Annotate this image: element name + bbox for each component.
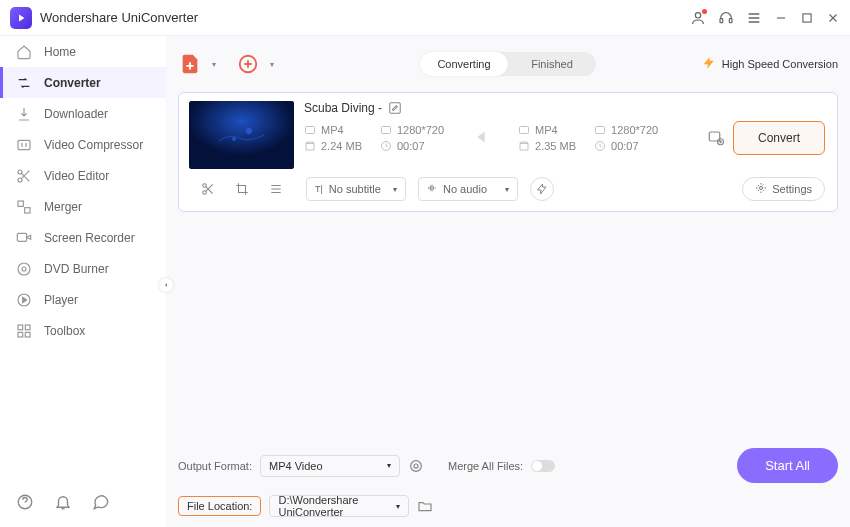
- svg-point-0: [695, 12, 700, 17]
- audio-icon: [427, 183, 437, 195]
- play-icon: [16, 292, 32, 308]
- sidebar-item-converter[interactable]: Converter: [0, 67, 166, 98]
- bell-icon[interactable]: [54, 493, 72, 511]
- sidebar-item-label: DVD Burner: [44, 262, 109, 276]
- compress-icon: [16, 137, 32, 153]
- sidebar-item-videoeditor[interactable]: Video Editor: [0, 160, 166, 191]
- high-speed-toggle[interactable]: High Speed Conversion: [702, 56, 838, 72]
- video-thumbnail[interactable]: [189, 101, 294, 169]
- subtitle-icon: T|: [315, 184, 323, 194]
- preview-button[interactable]: [530, 177, 554, 201]
- video-format-icon: [518, 124, 530, 136]
- merge-label: Merge All Files:: [448, 460, 523, 472]
- feedback-icon[interactable]: [92, 493, 110, 511]
- svg-rect-23: [306, 127, 315, 134]
- status-tabs: Converting Finished: [420, 52, 596, 76]
- content: ▾ ▾ Converting Finished High Speed Conve…: [166, 36, 850, 527]
- high-speed-label: High Speed Conversion: [722, 58, 838, 70]
- sidebar-item-merger[interactable]: Merger: [0, 191, 166, 222]
- svg-point-5: [18, 170, 22, 174]
- tab-finished[interactable]: Finished: [508, 52, 596, 76]
- file-card: Scuba Diving - MP4 1280*720 2.24 MB 00:0…: [178, 92, 838, 212]
- trim-icon[interactable]: [201, 182, 215, 196]
- file-location-select[interactable]: D:\Wondershare UniConverter ▾: [269, 495, 409, 517]
- dst-resolution: 1280*720: [611, 124, 658, 136]
- svg-point-31: [202, 184, 206, 188]
- close-button[interactable]: [826, 11, 840, 25]
- convert-button[interactable]: Convert: [733, 121, 825, 155]
- filesize-icon: [304, 140, 316, 152]
- audio-value: No audio: [443, 183, 487, 195]
- record-icon: [16, 230, 32, 246]
- svg-point-35: [411, 460, 422, 471]
- svg-point-10: [18, 263, 30, 275]
- open-folder-icon[interactable]: [417, 498, 433, 514]
- svg-rect-16: [25, 332, 30, 337]
- output-settings-icon[interactable]: [408, 458, 424, 474]
- account-icon[interactable]: [690, 10, 706, 26]
- add-file-button[interactable]: [178, 52, 202, 76]
- headset-icon[interactable]: [718, 10, 734, 26]
- maximize-button[interactable]: [800, 11, 814, 25]
- tab-converting[interactable]: Converting: [420, 52, 508, 76]
- download-icon: [16, 106, 32, 122]
- svg-rect-7: [18, 201, 23, 206]
- chevron-down-icon: ▾: [387, 461, 391, 470]
- edit-title-button[interactable]: [388, 101, 402, 115]
- svg-rect-15: [18, 332, 23, 337]
- svg-rect-19: [189, 101, 294, 169]
- output-config-button[interactable]: [707, 129, 725, 147]
- effects-icon[interactable]: [269, 182, 283, 196]
- sidebar-item-toolbox[interactable]: Toolbox: [0, 315, 166, 346]
- start-all-button[interactable]: Start All: [737, 448, 838, 483]
- chevron-down-icon: ▾: [505, 185, 509, 194]
- sidebar-item-videocompressor[interactable]: Video Compressor: [0, 129, 166, 160]
- svg-rect-2: [729, 18, 732, 22]
- crop-icon[interactable]: [235, 182, 249, 196]
- svg-point-33: [760, 187, 763, 190]
- sidebar-item-screenrecorder[interactable]: Screen Recorder: [0, 222, 166, 253]
- svg-rect-24: [381, 127, 390, 134]
- svg-rect-9: [17, 233, 26, 241]
- arrow-icon: [470, 126, 492, 151]
- svg-rect-14: [25, 325, 30, 330]
- sidebar-item-downloader[interactable]: Downloader: [0, 98, 166, 129]
- output-format-label: Output Format:: [178, 460, 252, 472]
- home-icon: [16, 44, 32, 60]
- svg-point-11: [22, 267, 26, 271]
- src-size: 2.24 MB: [321, 140, 362, 152]
- sidebar-item-player[interactable]: Player: [0, 284, 166, 315]
- sidebar-item-dvdburner[interactable]: DVD Burner: [0, 253, 166, 284]
- scissors-icon: [16, 168, 32, 184]
- chevron-down-icon[interactable]: ▾: [212, 60, 216, 69]
- duration-icon: [380, 140, 392, 152]
- sidebar-collapse-button[interactable]: [159, 278, 173, 292]
- help-icon[interactable]: [16, 493, 34, 511]
- src-format: MP4: [321, 124, 344, 136]
- svg-point-34: [414, 464, 418, 468]
- dst-format: MP4: [535, 124, 558, 136]
- sidebar-item-label: Screen Recorder: [44, 231, 135, 245]
- chevron-down-icon: ▾: [396, 502, 400, 511]
- output-format-select[interactable]: MP4 Video ▾: [260, 455, 400, 477]
- minimize-button[interactable]: [774, 11, 788, 25]
- subtitle-select[interactable]: T| No subtitle ▾: [306, 177, 406, 201]
- add-url-button[interactable]: [236, 52, 260, 76]
- filesize-icon: [518, 140, 530, 152]
- audio-select[interactable]: No audio ▾: [418, 177, 518, 201]
- grid-icon: [16, 323, 32, 339]
- duration-icon: [594, 140, 606, 152]
- svg-rect-1: [720, 18, 723, 22]
- sidebar: Home Converter Downloader Video Compress…: [0, 36, 166, 527]
- bolt-icon: [702, 56, 716, 72]
- svg-rect-8: [25, 207, 30, 212]
- svg-point-32: [202, 191, 206, 195]
- merge-toggle[interactable]: [531, 460, 555, 472]
- sidebar-item-home[interactable]: Home: [0, 36, 166, 67]
- settings-button[interactable]: Settings: [742, 177, 825, 201]
- sidebar-item-label: Downloader: [44, 107, 108, 121]
- sidebar-item-label: Home: [44, 45, 76, 59]
- svg-rect-4: [18, 140, 30, 149]
- chevron-down-icon[interactable]: ▾: [270, 60, 274, 69]
- menu-icon[interactable]: [746, 10, 762, 26]
